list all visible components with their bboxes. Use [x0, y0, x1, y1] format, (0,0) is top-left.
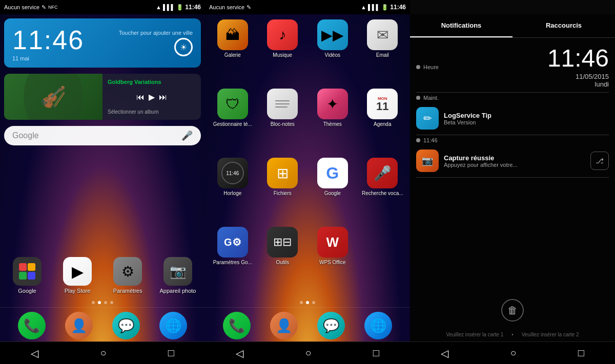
time-dot	[416, 65, 420, 69]
recent-button-2[interactable]: □	[373, 347, 379, 359]
clock-right: Toucher pour ajouter une ville ☀	[119, 30, 193, 56]
sim-info-2: Veuillez insérer la carte 2	[522, 332, 579, 337]
maint-label: Maint.	[423, 95, 439, 101]
sim-info-1: Veuillez insérer la carte 1	[446, 332, 504, 337]
status-right-2: ▲ ▌▌▌ 🔋 11:46	[361, 4, 406, 11]
logservice-sub: Beta Version	[444, 119, 609, 125]
service-text-1: Aucun service	[4, 4, 39, 10]
videos-icon: ▶▶	[317, 19, 348, 50]
app-galerie[interactable]: 🏔 Galerie	[209, 19, 256, 85]
app-notes[interactable]: Bloc-notes	[259, 89, 306, 155]
phone-icon-2: 📞	[229, 318, 245, 334]
big-time-block: 11:46 11/05/2015 lundi	[547, 46, 609, 88]
app-fichiers[interactable]: ⊞ Fichiers	[259, 158, 306, 224]
email-icon: ✉	[367, 19, 398, 50]
tab-notifications[interactable]: Notifications	[410, 14, 512, 37]
music-info: Goldberg Variations ⏮ ▶ ⏭ Sélectionner u…	[102, 74, 201, 120]
app-outils[interactable]: ⊞⊟ Outils	[259, 227, 306, 293]
time-label: Heure	[423, 64, 439, 70]
home-button-1[interactable]: ○	[100, 347, 106, 359]
notif-logservice[interactable]: ✏ LogService Tip Beta Version	[416, 102, 609, 135]
app-settings[interactable]: ⚙ Paramètres	[105, 257, 151, 294]
prev-button[interactable]: ⏮	[136, 93, 145, 102]
app-camera[interactable]: 📷 Appareil photo	[155, 257, 201, 294]
dock-phone-1[interactable]: 📞	[18, 312, 46, 339]
app-google2[interactable]: G Google	[309, 158, 356, 224]
app-params-go[interactable]: G⚙ Paramètres Go...	[209, 227, 256, 293]
sun-icon: ☀	[174, 38, 193, 56]
notif-time-label-row: 11:46	[416, 135, 609, 144]
bottom-dock-2: 📞 👤 💬 🌐	[205, 307, 410, 341]
browser-icon-2: 🌐	[370, 318, 386, 334]
dock-phone-2[interactable]: 📞	[223, 312, 251, 339]
big-day-display: lundi	[547, 80, 609, 88]
music-controls: ⏮ ▶ ⏭	[108, 92, 196, 102]
gestionnaire-label: Gestionnaire té...	[213, 121, 252, 127]
app-wps[interactable]: W WPS Office	[309, 227, 356, 293]
back-button-2[interactable]: ◁	[236, 347, 243, 359]
recent-button-3[interactable]: □	[578, 347, 584, 359]
dock-browser-1[interactable]: 🌐	[159, 312, 187, 339]
messages-icon-2: 💬	[323, 318, 339, 334]
clock-widget[interactable]: 11:46 11 mai Toucher pour ajouter une vi…	[4, 18, 201, 68]
status-bar-1: Aucun service ✎ NFC ▲ ▌▌▌ 🔋 11:46	[0, 0, 205, 14]
capture-title: Capture réussie	[444, 154, 585, 162]
p1-content: 11:46 11 mai Toucher pour ajouter une vi…	[0, 14, 205, 364]
nav-bar-1: ◁ ○ □	[0, 341, 205, 364]
dock-browser-2[interactable]: 🌐	[364, 312, 392, 339]
search-bar[interactable]: Google 🎤	[4, 126, 201, 145]
next-button[interactable]: ⏭	[159, 93, 167, 102]
music-widget[interactable]: 🎻 Goldberg Variations ⏮ ▶ ⏭ Sélectionner…	[4, 74, 201, 120]
logservice-icon: ✏	[416, 107, 439, 130]
wifi-icon-1: ▲	[156, 4, 161, 10]
app-themes[interactable]: ✦ Thèmes	[309, 89, 356, 155]
app-videos[interactable]: ▶▶ Vidéos	[309, 19, 356, 85]
service-text-2: Aucun service	[209, 4, 244, 10]
app-horloge[interactable]: 11:46 Horloge	[209, 158, 256, 224]
gestionnaire-icon: 🛡	[217, 89, 248, 119]
dock-contacts-1[interactable]: 👤	[65, 312, 93, 339]
dot-1-2	[104, 301, 107, 304]
dock-messages-1[interactable]: 💬	[112, 312, 140, 339]
time46-label: 11:46	[423, 137, 438, 143]
musique-label: Musique	[273, 52, 292, 58]
clock-display: 11:46	[226, 170, 239, 176]
maint-dot	[416, 96, 420, 100]
outils-label: Outils	[276, 260, 289, 265]
dot-2-1	[306, 301, 309, 304]
capture-sub: Appuyez pour afficher votre...	[444, 162, 585, 168]
clock-time-display: 11:46 11 mai	[12, 25, 84, 61]
app-email[interactable]: ✉ Email	[359, 19, 406, 85]
recherche-label: Recherche voca...	[362, 190, 403, 196]
apps-grid: 🏔 Galerie ♪ Musique ▶▶ Vidéos	[205, 14, 410, 298]
app-agenda[interactable]: MON 11 Agenda	[359, 89, 406, 155]
back-button-1[interactable]: ◁	[31, 347, 38, 359]
phone-icon-1: 📞	[24, 318, 40, 334]
app-camera-label: Appareil photo	[160, 288, 196, 294]
app-gestionnaire[interactable]: 🛡 Gestionnaire té...	[209, 89, 256, 155]
trash-button[interactable]: 🗑	[501, 299, 524, 322]
app-musique[interactable]: ♪ Musique	[259, 19, 306, 85]
tab-raccourcis[interactable]: Raccourcis	[512, 14, 615, 37]
app-playstore[interactable]: ▶ Play Store	[54, 257, 100, 294]
notif-capture[interactable]: 📷 Capture réussie Appuyez pour afficher …	[416, 144, 609, 178]
recent-button-1[interactable]: □	[168, 347, 174, 359]
home-button-3[interactable]: ○	[510, 347, 516, 359]
battery-icon-1: 🔋	[176, 4, 183, 11]
dock-messages-2[interactable]: 💬	[317, 312, 345, 339]
app-recherche[interactable]: 🎤 Recherche voca...	[359, 158, 406, 224]
nav-bar-2: ◁ ○ □	[205, 341, 410, 364]
notifications-content: Heure 11:46 11/05/2015 lundi Maint. ✏	[410, 38, 615, 341]
dock-contacts-2[interactable]: 👤	[270, 312, 298, 339]
app-google[interactable]: Google	[4, 257, 50, 294]
horloge-label: Horloge	[223, 190, 241, 196]
share-button[interactable]: ⎇	[590, 152, 609, 170]
play-button[interactable]: ▶	[149, 92, 155, 102]
wifi-icon-2: ▲	[361, 4, 366, 10]
back-button-3[interactable]: ◁	[441, 347, 448, 359]
agenda-content: MON 11	[376, 96, 388, 112]
g-letter: G	[326, 164, 339, 183]
home-button-2[interactable]: ○	[305, 347, 311, 359]
notif-maint-label-row: Maint.	[416, 93, 609, 102]
search-placeholder: Google	[12, 131, 39, 140]
